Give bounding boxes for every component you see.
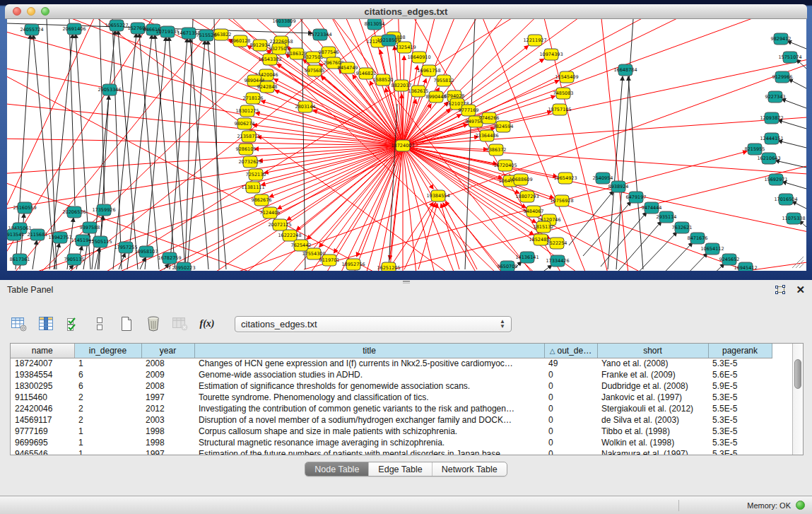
citation-edge[interactable] <box>7 146 403 230</box>
new-column-icon[interactable] <box>117 315 136 333</box>
reference-edge[interactable] <box>616 19 633 269</box>
reference-edge[interactable] <box>118 30 138 269</box>
minimize-window-button[interactable] <box>27 7 35 16</box>
cell-name[interactable]: 9465546 <box>11 448 74 455</box>
delete-table-icon[interactable] <box>171 315 189 333</box>
cell-short[interactable]: Nakamura et al. (1997) <box>597 448 708 455</box>
cell-short[interactable]: de Silva et al. (2003) <box>597 414 708 426</box>
paper-node[interactable]: 3824594 <box>493 121 514 132</box>
cell-in_degree[interactable]: 2 <box>74 414 141 426</box>
cell-pagerank[interactable]: 5.9E-5 <box>708 380 772 392</box>
scrollbar-thumb[interactable] <box>794 359 801 389</box>
tab-node-table[interactable]: Node Table <box>305 462 368 476</box>
float-panel-icon[interactable] <box>775 285 786 295</box>
citation-network-graph[interactable]: 1872400794638228960128891293422226058932… <box>7 19 806 271</box>
paper-node[interactable]: 9777169 <box>459 105 479 116</box>
cell-in_degree[interactable]: 1 <box>74 437 141 448</box>
table-row[interactable]: 1938455462009Genome-wide association stu… <box>11 369 772 380</box>
reference-edge[interactable] <box>787 41 806 49</box>
cited-node[interactable]: 16648784 <box>613 64 637 76</box>
cell-in_degree[interactable]: 1 <box>74 448 141 455</box>
table-row[interactable]: 1872400712008Changes of HCN gene express… <box>11 358 772 369</box>
cited-node[interactable]: 8471676 <box>688 233 708 244</box>
cited-node[interactable]: 9829412 <box>771 33 792 45</box>
cited-node[interactable]: 17359926 <box>92 204 115 216</box>
citation-edge[interactable] <box>7 124 403 146</box>
cell-short[interactable]: Franke et al. (2009) <box>597 369 708 380</box>
column-header-name[interactable]: name <box>11 344 74 358</box>
paper-node[interactable]: 2522254 <box>547 238 567 249</box>
paper-node[interactable]: 18640910 <box>407 52 430 63</box>
citation-edge[interactable] <box>441 204 459 269</box>
paper-node[interactable]: 9242848 <box>257 81 278 93</box>
cited-node[interactable]: 9474444 <box>642 202 662 214</box>
cell-name[interactable]: 18724007 <box>11 358 74 369</box>
reference-edge[interactable] <box>214 19 219 269</box>
cell-year[interactable]: 2008 <box>141 380 194 392</box>
cited-node[interactable]: 9397588 <box>80 222 100 233</box>
paper-node[interactable]: 8960128 <box>230 35 251 47</box>
cell-short[interactable]: Stergiakouli et al. (2012) <box>597 403 708 414</box>
function-builder-icon[interactable]: f(x) <box>198 315 216 333</box>
cell-out_de[interactable]: 49 <box>544 358 597 369</box>
cited-node[interactable]: 24055724 <box>20 24 43 35</box>
cell-year[interactable]: 1997 <box>141 448 194 455</box>
cell-title[interactable]: Corpus callosum shape and size in male p… <box>194 426 544 437</box>
close-panel-icon[interactable]: ✕ <box>796 284 805 295</box>
table-mode-icon[interactable] <box>10 315 28 333</box>
reference-edge[interactable] <box>789 79 806 88</box>
paper-node[interactable]: 9877546 <box>319 47 339 58</box>
citation-edge[interactable] <box>403 19 806 146</box>
cell-short[interactable]: Tibbo et al. (1998) <box>597 426 708 437</box>
cited-node[interactable]: 8617361 <box>10 254 30 265</box>
reference-edge[interactable] <box>92 30 115 269</box>
cell-out_de[interactable]: 0 <box>544 414 597 426</box>
cited-node[interactable]: 2115681 <box>28 229 48 240</box>
paper-node[interactable]: 9119701 <box>319 255 340 266</box>
reference-edge[interactable] <box>778 120 806 129</box>
cell-year[interactable]: 2003 <box>141 414 194 426</box>
reference-edge[interactable] <box>628 76 643 269</box>
cell-name[interactable]: 14569117 <box>11 414 74 426</box>
cited-node[interactable]: 7632621 <box>672 222 693 233</box>
cited-node[interactable]: 8215955 <box>745 144 765 155</box>
table-row[interactable]: 1830029562008Estimation of significance … <box>11 380 772 392</box>
cited-node[interactable]: 8813054 <box>365 19 385 30</box>
column-header-out_de[interactable]: △out_de… <box>544 344 597 358</box>
cell-name[interactable]: 19384554 <box>11 369 74 380</box>
reference-edge[interactable] <box>516 265 552 271</box>
cited-node[interactable]: 10958107 <box>134 246 158 257</box>
column-header-title[interactable]: title <box>194 344 544 358</box>
cell-pagerank[interactable]: 5.3E-5 <box>708 437 772 448</box>
cell-pagerank[interactable]: 5.5E-5 <box>708 403 772 414</box>
cited-node[interactable]: 16945412 <box>734 262 757 271</box>
cell-out_de[interactable]: 0 <box>544 426 597 437</box>
cited-node[interactable]: 12444151 <box>760 133 783 144</box>
paper-node[interactable]: 12211927 <box>523 35 546 46</box>
select-all-icon[interactable] <box>64 315 82 333</box>
reference-edge[interactable] <box>680 264 724 271</box>
paper-node[interactable]: 9862676 <box>252 194 272 206</box>
cited-node[interactable]: 6479197 <box>626 192 647 203</box>
paper-node[interactable]: 7124405 <box>260 207 281 218</box>
reference-edge[interactable] <box>76 34 90 269</box>
cell-in_degree[interactable]: 2 <box>74 403 141 414</box>
paper-node[interactable]: 23364486 <box>475 130 498 141</box>
paper-node[interactable]: 21358711 <box>237 131 260 142</box>
cited-node[interactable]: 10655227 <box>105 20 128 31</box>
clear-selection-icon[interactable] <box>90 315 109 333</box>
cell-pagerank[interactable]: 5.6E-5 <box>708 369 772 380</box>
cell-pagerank[interactable]: 5.3E-5 <box>708 414 772 426</box>
cited-node[interactable]: 7515526 <box>196 30 217 41</box>
cited-node[interactable]: 2540954 <box>593 173 613 184</box>
reference-edge[interactable] <box>33 240 37 269</box>
reference-edge[interactable] <box>113 33 136 269</box>
paper-node[interactable]: 9286105 <box>236 144 257 155</box>
cell-year[interactable]: 1998 <box>141 426 194 437</box>
cell-title[interactable]: Tourette syndrome. Phenomenology and cla… <box>194 392 544 403</box>
cell-title[interactable]: Genome-wide association studies in ADHD. <box>194 369 544 380</box>
paper-node[interactable]: 7386372 <box>486 144 507 156</box>
paper-node[interactable]: 8454749 <box>338 62 358 74</box>
paper-node[interactable]: 2718126 <box>243 93 264 104</box>
paper-node[interactable]: 7485083 <box>553 88 574 99</box>
